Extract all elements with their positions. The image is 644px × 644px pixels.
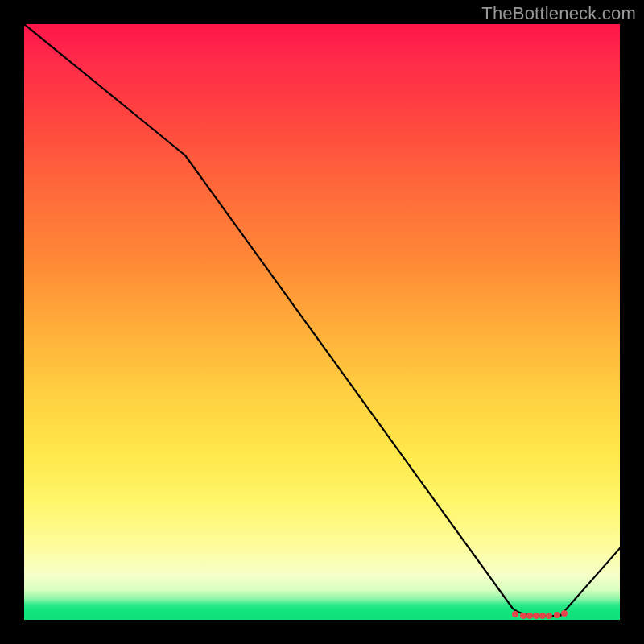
flat-region-markers: [512, 610, 568, 619]
svg-point-4: [539, 613, 546, 619]
attribution-text: TheBottleneck.com: [481, 3, 636, 24]
curve-overlay: [24, 24, 620, 620]
svg-point-5: [546, 613, 552, 619]
svg-point-3: [533, 613, 539, 619]
main-curve: [24, 24, 620, 616]
svg-point-6: [554, 612, 560, 618]
svg-point-1: [520, 613, 526, 619]
svg-point-0: [512, 611, 518, 617]
chart-frame: TheBottleneck.com: [0, 0, 644, 644]
svg-point-2: [526, 613, 533, 619]
svg-point-7: [561, 610, 568, 617]
plot-area: [24, 24, 620, 620]
